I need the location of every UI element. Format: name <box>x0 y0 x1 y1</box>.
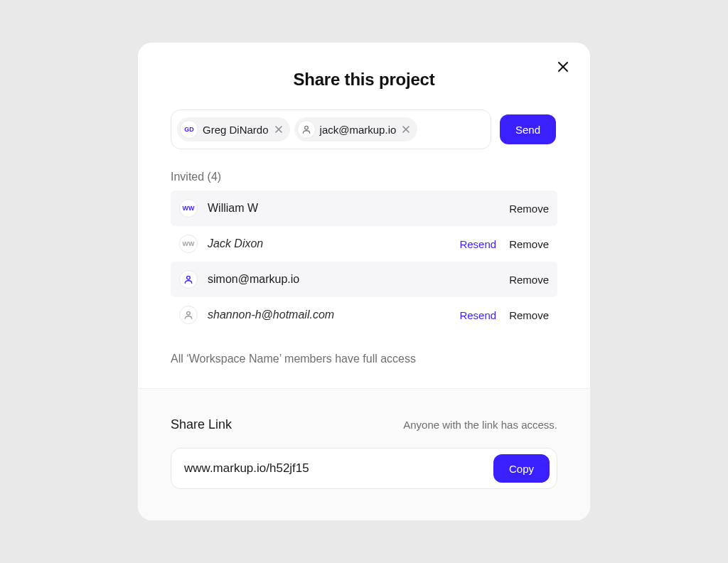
send-button[interactable]: Send <box>500 114 556 144</box>
remove-chip-icon[interactable] <box>273 124 284 135</box>
invited-name: William W <box>208 202 496 215</box>
invited-name: simon@markup.io <box>208 273 496 286</box>
svg-point-7 <box>187 276 191 279</box>
share-link-row: www.markup.io/h52jf15 Copy <box>171 448 557 489</box>
resend-button[interactable]: Resend <box>459 238 496 250</box>
remove-button[interactable]: Remove <box>509 309 549 321</box>
recipient-chip: jack@markup.io <box>294 117 418 141</box>
invited-row: simon@markup.io Remove <box>171 262 557 297</box>
chip-label: Greg DiNardo <box>203 124 269 136</box>
workspace-access-note: All ‘Workspace Name’ members have full a… <box>171 353 557 365</box>
close-button[interactable] <box>555 58 572 75</box>
invite-input[interactable]: GD Greg DiNardo <box>171 109 491 149</box>
share-link-note: Anyone with the link has access. <box>403 419 557 431</box>
invited-list: WW William W Remove WW Jack Dixon Resend… <box>171 191 557 333</box>
invite-row: GD Greg DiNardo <box>171 109 557 149</box>
invited-row: WW Jack Dixon Resend Remove <box>171 226 557 262</box>
copy-button[interactable]: Copy <box>493 454 550 483</box>
recipient-chip: GD Greg DiNardo <box>177 117 290 141</box>
share-link-url[interactable]: www.markup.io/h52jf15 <box>184 461 493 476</box>
share-link-section: Share Link Anyone with the link has acce… <box>138 388 590 520</box>
dialog-title: Share this project <box>171 70 557 90</box>
person-icon <box>179 306 198 324</box>
chip-label: jack@markup.io <box>320 124 397 136</box>
remove-button[interactable]: Remove <box>509 238 549 250</box>
invited-row: shannon-h@hotmail.com Resend Remove <box>171 297 557 333</box>
person-icon <box>179 270 198 289</box>
invited-name: Jack Dixon <box>208 237 446 250</box>
avatar-initials: WW <box>179 199 198 218</box>
remove-button[interactable]: Remove <box>509 274 549 286</box>
svg-point-8 <box>187 311 191 315</box>
invited-row: WW William W Remove <box>171 191 557 226</box>
avatar-initials: GD <box>180 120 198 139</box>
share-link-title: Share Link <box>171 417 232 432</box>
remove-chip-icon[interactable] <box>400 124 412 135</box>
share-link-header: Share Link Anyone with the link has acce… <box>171 417 557 432</box>
avatar-initials: WW <box>179 235 198 253</box>
share-project-modal: Share this project GD Greg DiNardo <box>138 43 590 520</box>
person-icon <box>297 120 316 139</box>
modal-upper-section: Share this project GD Greg DiNardo <box>138 43 590 388</box>
resend-button[interactable]: Resend <box>459 309 496 321</box>
invited-header: Invited (4) <box>171 171 557 183</box>
invited-name: shannon-h@hotmail.com <box>208 309 446 321</box>
remove-button[interactable]: Remove <box>509 203 549 215</box>
svg-point-4 <box>304 126 308 129</box>
